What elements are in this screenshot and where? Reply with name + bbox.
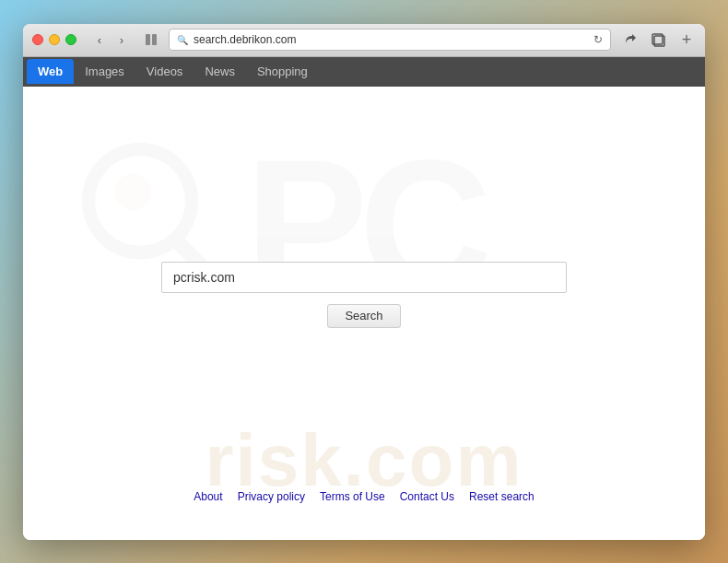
svg-point-4 bbox=[88, 149, 192, 252]
tab-news[interactable]: News bbox=[194, 59, 246, 84]
traffic-lights bbox=[32, 34, 76, 45]
share-button[interactable] bbox=[618, 29, 642, 51]
svg-rect-0 bbox=[146, 34, 150, 45]
svg-point-5 bbox=[114, 173, 151, 210]
page-content: PC risk.com Search About Privacy policy … bbox=[23, 87, 705, 540]
tab-shopping[interactable]: Shopping bbox=[246, 59, 319, 84]
tab-web[interactable]: Web bbox=[27, 59, 74, 84]
minimize-button[interactable] bbox=[49, 34, 60, 45]
nav-tabs-bar: Web Images Videos News Shopping bbox=[23, 57, 705, 87]
footer-reset[interactable]: Reset search bbox=[469, 490, 534, 503]
refresh-icon[interactable]: ↻ bbox=[593, 33, 603, 46]
forward-button[interactable]: › bbox=[112, 29, 132, 50]
close-button[interactable] bbox=[32, 34, 43, 45]
address-bar[interactable]: 🔍 search.debrikon.com ↻ bbox=[169, 29, 611, 51]
nav-arrows: ‹ › bbox=[89, 29, 132, 50]
new-tab-button[interactable] bbox=[646, 29, 670, 51]
footer-links: About Privacy policy Terms of Use Contac… bbox=[23, 490, 705, 503]
footer-about[interactable]: About bbox=[194, 490, 222, 503]
title-bar: ‹ › 🔍 search.debrikon.com ↻ bbox=[23, 24, 705, 57]
footer-privacy[interactable]: Privacy policy bbox=[238, 490, 305, 503]
footer-contact[interactable]: Contact Us bbox=[400, 490, 454, 503]
search-input[interactable] bbox=[161, 262, 567, 293]
tab-videos[interactable]: Videos bbox=[135, 59, 194, 84]
browser-window: ‹ › 🔍 search.debrikon.com ↻ bbox=[23, 24, 705, 540]
search-container: Search bbox=[161, 262, 567, 328]
toolbar-right bbox=[618, 29, 670, 51]
search-button[interactable]: Search bbox=[327, 304, 401, 328]
svg-rect-1 bbox=[152, 34, 157, 45]
reader-button[interactable] bbox=[141, 29, 161, 50]
search-icon: 🔍 bbox=[177, 35, 188, 45]
back-button[interactable]: ‹ bbox=[89, 29, 110, 50]
address-text: search.debrikon.com bbox=[194, 33, 588, 46]
add-tab-button[interactable]: + bbox=[677, 30, 696, 49]
tab-images[interactable]: Images bbox=[74, 59, 135, 84]
maximize-button[interactable] bbox=[65, 34, 76, 45]
footer-terms[interactable]: Terms of Use bbox=[320, 490, 385, 503]
